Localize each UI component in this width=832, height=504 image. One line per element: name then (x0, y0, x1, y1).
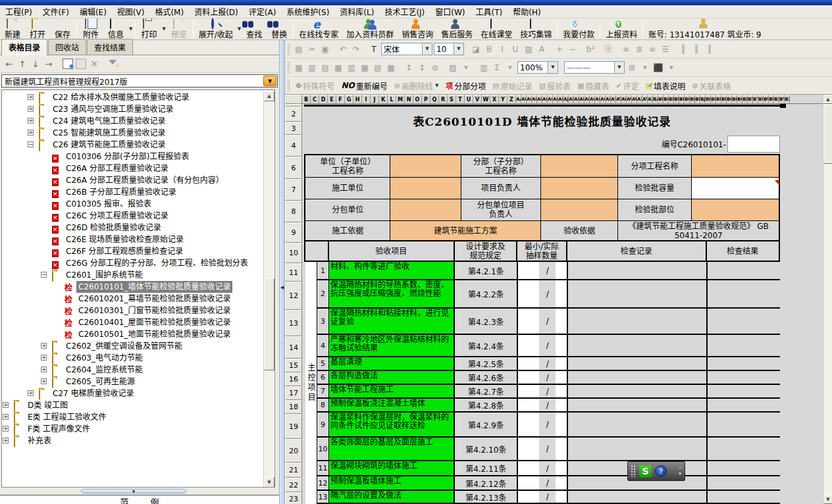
sheet-scroll-thumb[interactable] (823, 105, 832, 164)
menu-item-1[interactable]: 文件(F) (38, 5, 74, 18)
column-header[interactable]: R (439, 95, 448, 103)
tree-item[interactable]: ✕C26C 分项工程质量验收记录 (2, 210, 264, 222)
tree-item[interactable]: +C2604_监控系统节能 (2, 364, 264, 376)
sample-quantity-cell[interactable]: / (518, 399, 568, 413)
column-header[interactable]: AZ (648, 95, 653, 103)
check-result-cell[interactable] (708, 476, 780, 491)
expand-collapse-button[interactable]: 展开/收起 (195, 18, 237, 40)
after-sales-button[interactable]: 售后服务 (437, 18, 477, 40)
column-header[interactable]: AA (516, 95, 521, 103)
line-style-select[interactable]: ———▼ (564, 61, 625, 74)
nav-up-icon[interactable]: ↑ (17, 59, 28, 69)
tree-item[interactable]: ✕C26E 现场质量验收检查原始记录 (2, 234, 264, 245)
check-record-cell[interactable] (568, 413, 708, 438)
info-value-cell[interactable] (390, 199, 461, 221)
tree-item[interactable]: ✕C26A 分部工程质量验收记录（有分包内容） (2, 174, 264, 186)
column-header[interactable]: AG (548, 95, 553, 103)
row-header[interactable]: 9 (285, 222, 302, 243)
splitter-collapse-left-icon[interactable]: ◀ (280, 285, 284, 290)
column-header[interactable]: Z (507, 95, 516, 103)
row-header[interactable]: 4 (285, 135, 302, 157)
tree-expand-icon[interactable]: + (3, 414, 9, 420)
row-header[interactable]: 10 (285, 243, 302, 263)
dropdown-arrow-icon[interactable]: ▼ (548, 62, 558, 73)
vtext-3-icon[interactable]: ║ (704, 43, 715, 55)
copy-node-icon[interactable] (76, 59, 86, 69)
column-header[interactable]: AS (611, 95, 616, 103)
tree-item[interactable]: 检C26010401_屋面节能检验批质量验收记录 (2, 316, 264, 328)
column-header[interactable]: BN (721, 95, 727, 103)
info-value-cell[interactable] (390, 155, 461, 178)
dropdown-icon[interactable]: ▼ (460, 62, 472, 74)
sheet-scrollbar[interactable]: ▲ ▼ (823, 95, 832, 504)
tree-expand-icon[interactable]: + (3, 402, 9, 408)
info-value-cell[interactable] (541, 155, 618, 178)
table-8-icon[interactable]: ▦ (385, 62, 397, 74)
check-result-cell[interactable] (708, 385, 780, 399)
column-header[interactable]: F (336, 95, 345, 103)
column-header[interactable]: BV (764, 95, 769, 103)
upload-button[interactable]: ↑上报资料 (602, 18, 641, 40)
column-header[interactable]: AP (595, 95, 600, 103)
column-header[interactable]: BW (769, 95, 774, 103)
info-value-cell[interactable] (541, 199, 618, 221)
column-header[interactable]: BT (753, 95, 758, 103)
new-button[interactable]: 新建 (0, 18, 25, 40)
online-expert-button[interactable]: e在线找专家 (295, 18, 342, 40)
tree-collapse-icon[interactable]: − (28, 141, 34, 147)
tree-item[interactable]: ✕C010305 报审、报验表 (2, 198, 264, 210)
tree-item[interactable]: ✕C26B 子分部工程质量验收记录 (2, 186, 264, 198)
row-header[interactable]: 17 (285, 386, 302, 400)
check-record-cell[interactable] (568, 262, 708, 280)
ime-help-icon[interactable]: ? (655, 465, 667, 477)
column-header[interactable]: BD (669, 95, 674, 103)
sample-quantity-cell[interactable]: / (518, 357, 568, 371)
zoom-select[interactable]: 100%▼ (517, 61, 558, 74)
tree-scroll-down-icon[interactable]: ▼ (264, 477, 274, 488)
column-header[interactable]: AN (585, 95, 590, 103)
tree-expand-icon[interactable]: + (28, 130, 34, 136)
tree-item[interactable]: 检C26010301_门窗节能检验批质量验收记录 (2, 305, 264, 316)
tree-item[interactable]: +C24 建筑电气施工质量验收记录 (2, 115, 264, 127)
pay-button[interactable]: V我要付款 (559, 18, 598, 40)
sheet-scroll-down-icon[interactable]: ▼ (823, 495, 832, 504)
info-value-cell[interactable]: 《建筑节能工程施工质量验收规范》 GB 50411-2007 (618, 221, 779, 241)
column-header[interactable]: BM (716, 95, 721, 103)
check-record-cell[interactable] (568, 280, 708, 309)
column-header[interactable]: U (465, 95, 473, 103)
tree-item[interactable]: ✕C26G 分部工程的子分部、分项工程、检验批划分表 (2, 257, 264, 269)
tree-item[interactable]: +C27 电梯质量验收记录 (2, 388, 264, 399)
dropdown-icon[interactable]: ▼ (665, 62, 677, 74)
column-header[interactable]: AM (579, 95, 585, 103)
nav-left-icon[interactable]: ← (4, 59, 14, 69)
tree-expand-icon[interactable]: + (28, 390, 34, 396)
tree-expand-icon[interactable]: + (28, 118, 34, 124)
sample-quantity-cell[interactable]: / (518, 280, 568, 309)
original-record-button[interactable]: ▤原始记录 (490, 80, 534, 91)
sample-quantity-cell[interactable]: / (518, 262, 568, 280)
column-header[interactable]: Y (499, 95, 507, 103)
check-result-cell[interactable] (708, 371, 780, 385)
check-result-cell[interactable] (708, 335, 780, 357)
column-header[interactable]: BQ (737, 95, 742, 103)
column-header[interactable]: BH (690, 95, 695, 103)
menu-item-7[interactable]: 系统维护(S) (281, 5, 334, 18)
font-color-icon[interactable]: A (536, 43, 548, 55)
column-header[interactable]: AO (590, 95, 595, 103)
tree-item[interactable]: +C2602_供暖空调设备及管网节能 (2, 340, 264, 352)
column-header[interactable]: L (388, 95, 396, 103)
tree-item[interactable]: ✕C26F 分部工程观感质量检查记录 (2, 245, 264, 257)
check-record-cell[interactable] (568, 385, 708, 399)
cut-icon[interactable]: ✂ (306, 43, 318, 55)
column-header[interactable]: AX (637, 95, 642, 103)
align-right-icon[interactable]: ≡ (646, 43, 658, 55)
copy-icon[interactable]: ▤ (293, 43, 305, 55)
menu-item-0[interactable]: 工程(P) (0, 5, 38, 18)
column-header[interactable]: AJ (563, 95, 569, 103)
column-header[interactable]: BS (748, 95, 753, 103)
renumber-button[interactable]: NO重新编号 (338, 80, 390, 91)
column-header[interactable]: BU (758, 95, 764, 103)
table-3-icon[interactable]: ▤ (319, 62, 331, 74)
info-value-cell[interactable]: 建筑节能施工方案 (390, 221, 541, 241)
align-left-icon[interactable]: ≡ (620, 43, 632, 55)
